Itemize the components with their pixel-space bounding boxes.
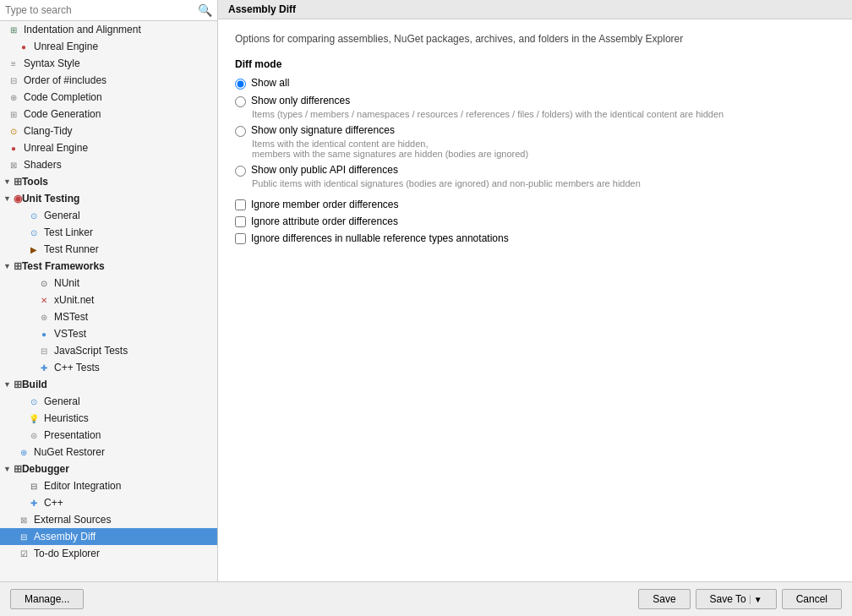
extsrc-icon: ⊠ [17, 513, 30, 526]
triangle-unit: ▼ [3, 194, 11, 203]
save-to-arrow-icon: ▼ [750, 595, 762, 604]
tree-item-general-2[interactable]: ⊙ General [0, 393, 217, 410]
triangle-frameworks: ▼ [3, 262, 11, 270]
unit-icon: ◉ [14, 193, 22, 204]
radio-show-all[interactable] [235, 79, 246, 90]
ue-icon-1: ● [17, 40, 30, 53]
tree-item-assembly-diff[interactable]: ⊟ Assembly Diff [0, 528, 217, 545]
tree-item-presentation[interactable]: ⊜ Presentation [0, 427, 217, 444]
tree-item-unreal-engine-1[interactable]: ● Unreal Engine [0, 38, 217, 55]
syntax-icon: ≡ [7, 57, 20, 70]
search-box: 🔍 [0, 0, 217, 21]
checkbox-member-order[interactable] [235, 199, 246, 210]
cpp-tests-icon: ✚ [37, 361, 51, 374]
checkbox-nullable[interactable] [235, 233, 246, 244]
tree-item-cpp-tests[interactable]: ✚ C++ Tests [0, 359, 217, 376]
tree-item-test-linker[interactable]: ⊙ Test Linker [0, 224, 217, 241]
tree-item-external-sources[interactable]: ⊠ External Sources [0, 511, 217, 528]
radio-group: Show all Show only differences Items (ty… [235, 77, 835, 188]
tree-item-test-runner[interactable]: ▶ Test Runner [0, 241, 217, 258]
checkbox-item-nullable: Ignore differences in nullable reference… [235, 232, 835, 244]
radio-label-signature: Show only signature differences [251, 124, 395, 136]
checkbox-label-member-order: Ignore member order differences [251, 199, 399, 210]
tree-area: ⊞ Indentation and Alignment ● Unreal Eng… [0, 21, 217, 581]
checkbox-attribute-order[interactable] [235, 216, 246, 227]
checkbox-label-nullable: Ignore differences in nullable reference… [251, 232, 509, 244]
group-debugger[interactable]: ▼ ⊞ Debugger [0, 461, 217, 477]
nuget-icon: ⊕ [17, 445, 30, 459]
build-icon: ⊞ [14, 379, 22, 390]
radio-show-public-api[interactable] [235, 166, 246, 177]
linker-icon: ⊙ [27, 226, 41, 239]
editorint-icon: ⊟ [27, 479, 41, 493]
tree-item-code-completion[interactable]: ⊕ Code Completion [0, 89, 217, 106]
radio-item-public-api: Show only public API differences [235, 164, 835, 177]
checkbox-label-attribute-order: Ignore attribute order differences [251, 215, 398, 227]
jstest-icon: ⊟ [37, 344, 51, 357]
save-button[interactable]: Save [638, 589, 690, 609]
radio-label-public-api: Show only public API differences [251, 164, 398, 176]
tree-item-clang-tidy[interactable]: ⊙ Clang-Tidy [0, 123, 217, 139]
ue-icon-2: ● [7, 141, 20, 155]
radio-label-show-diff: Show only differences [251, 95, 350, 106]
cancel-button[interactable]: Cancel [782, 589, 842, 609]
checkbox-item-member-order: Ignore member order differences [235, 199, 835, 210]
save-to-button[interactable]: Save To ▼ [696, 589, 777, 609]
search-icon: 🔍 [198, 3, 212, 17]
heuristics-icon: 💡 [27, 412, 41, 425]
radio-show-diff[interactable] [235, 96, 246, 107]
frameworks-icon: ⊞ [14, 260, 22, 272]
radio-hint-signature: Items with the identical content are hid… [252, 139, 835, 159]
tree-item-unreal-engine-2[interactable]: ● Unreal Engine [0, 139, 217, 156]
tree-item-order-includes[interactable]: ⊟ Order of #includes [0, 72, 217, 89]
shader-icon: ⊠ [7, 158, 20, 172]
left-panel: 🔍 ⊞ Indentation and Alignment ● Unreal E… [0, 0, 218, 581]
completion-icon: ⊕ [7, 90, 20, 104]
radio-hint-show-diff: Items (types / members / namespaces / re… [252, 109, 835, 119]
radio-item-show-all: Show all [235, 77, 835, 90]
tree-item-editor-integration[interactable]: ⊟ Editor Integration [0, 477, 217, 494]
tree-item-shaders[interactable]: ⊠ Shaders [0, 156, 217, 173]
tools-icon: ⊞ [14, 176, 22, 188]
checkbox-group: Ignore member order differences Ignore a… [235, 199, 835, 244]
group-test-frameworks[interactable]: ▼ ⊞ Test Frameworks [0, 258, 217, 275]
search-input[interactable] [5, 4, 198, 16]
radio-block-diff: Show only differences Items (types / mem… [235, 95, 835, 119]
triangle-debugger: ▼ [3, 465, 11, 473]
tree-item-cpp[interactable]: ✚ C++ [0, 494, 217, 511]
tree-item-nuget-restorer[interactable]: ⊕ NuGet Restorer [0, 444, 217, 461]
tree-item-xunit[interactable]: ✕ xUnit.net [0, 292, 217, 308]
debugger-icon: ⊞ [14, 463, 22, 475]
mstest-icon: ⊛ [37, 310, 51, 324]
right-panel: Assembly Diff Options for comparing asse… [218, 0, 852, 581]
group-build[interactable]: ▼ ⊞ Build [0, 376, 217, 393]
order-icon: ⊟ [7, 74, 20, 87]
triangle-tools: ▼ [3, 177, 11, 186]
tree-item-todo-explorer[interactable]: ☑ To-do Explorer [0, 545, 217, 562]
indent-icon: ⊞ [7, 23, 20, 36]
group-unit-testing[interactable]: ▼ ◉ Unit Testing [0, 190, 217, 207]
radio-label-show-all: Show all [251, 77, 289, 89]
tree-item-vstest[interactable]: ● VSTest [0, 325, 217, 342]
radio-item-show-diff: Show only differences [235, 95, 835, 107]
radio-hint-public-api: Public items with identical signatures (… [252, 178, 835, 188]
tree-item-indentation[interactable]: ⊞ Indentation and Alignment [0, 21, 217, 38]
manage-button[interactable]: Manage... [10, 589, 84, 609]
radio-show-signature[interactable] [235, 126, 246, 137]
tree-item-general-1[interactable]: ⊙ General [0, 207, 217, 224]
tree-item-mstest[interactable]: ⊛ MSTest [0, 308, 217, 325]
group-tools[interactable]: ▼ ⊞ Tools [0, 173, 217, 190]
checkbox-item-attribute-order: Ignore attribute order differences [235, 215, 835, 227]
clang-icon: ⊙ [7, 124, 20, 138]
tree-item-javascript-tests[interactable]: ⊟ JavaScript Tests [0, 342, 217, 359]
vstest-icon: ● [37, 327, 51, 341]
presentation-icon: ⊜ [27, 428, 41, 442]
xunit-icon: ✕ [37, 293, 51, 307]
footer: Manage... Save Save To ▼ Cancel [0, 581, 852, 616]
tree-item-heuristics[interactable]: 💡 Heuristics [0, 410, 217, 427]
tree-item-syntax-style[interactable]: ≡ Syntax Style [0, 55, 217, 72]
triangle-build: ▼ [3, 380, 11, 389]
radio-block-signature: Show only signature differences Items wi… [235, 124, 835, 159]
tree-item-code-generation[interactable]: ⊞ Code Generation [0, 106, 217, 123]
tree-item-nunit[interactable]: ⊙ NUnit [0, 275, 217, 292]
